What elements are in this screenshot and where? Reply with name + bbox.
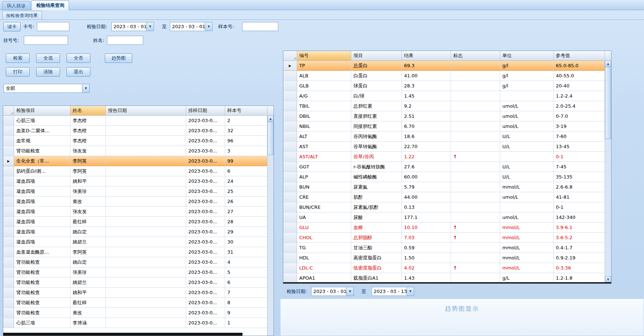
tab-lab-result-query[interactable]: 检验结果查询 <box>31 0 69 10</box>
chevron-down-icon[interactable]: ▼ <box>346 287 353 296</box>
print-button[interactable]: 打印 <box>6 67 30 77</box>
left-grid-row[interactable]: 肾功能检查黄改2023-03-0...9 <box>3 308 274 318</box>
cell-patient-name: 李阿英 <box>70 166 106 176</box>
test-date-to-combo[interactable]: 2023 - 03 - 01 ▼ <box>170 22 212 31</box>
left-grid-row[interactable]: 肾功能检查蔡红样2023-03-0...8 <box>3 298 274 308</box>
result-grid-column-header[interactable]: 项目 <box>351 51 402 61</box>
chevron-down-icon[interactable]: ▼ <box>82 84 89 92</box>
cell-sample-no: 29 <box>225 227 267 237</box>
left-grid-row[interactable]: 凝血四项张友发2023-03-0...27 <box>3 207 274 217</box>
result-grid-row[interactable]: GLB球蛋白28.3g/l20-40 <box>283 81 611 91</box>
chevron-down-icon[interactable]: ▼ <box>205 22 212 31</box>
search-button[interactable]: 检索 <box>6 53 30 63</box>
reg-no-input[interactable] <box>24 36 68 45</box>
cell-item-name: 尿素氮 <box>351 182 402 192</box>
scroll-down-icon[interactable]: ▼ <box>605 276 611 282</box>
result-grid-column-header[interactable]: 参考值 <box>554 51 605 61</box>
clear-button[interactable]: 清除 <box>36 67 60 77</box>
scrollbar-thumb[interactable] <box>267 122 274 155</box>
chevron-down-icon[interactable]: ▼ <box>407 287 414 296</box>
left-grid-row[interactable]: 肾功能检查张友发2023-03-0...3 <box>3 146 274 156</box>
scroll-up-icon[interactable]: ▲ <box>267 116 274 121</box>
left-grid-row[interactable]: 肌钙蛋白I测...李阿英2023-03-0...6 <box>3 166 274 176</box>
left-grid-row[interactable]: 肾功能检查姚和平2023-03-0...7 <box>3 288 274 298</box>
current-row-icon <box>283 152 297 162</box>
scrollbar-track[interactable] <box>267 155 274 336</box>
trend-date-to-combo[interactable]: 2023 - 03 - 13 ▼ <box>372 287 414 296</box>
select-none-button[interactable]: 全否 <box>66 53 90 63</box>
left-grid-row[interactable]: 凝血四项姚碧兰2023-03-0...30 <box>3 237 274 247</box>
subtab-query-by-test[interactable]: 按检验查询结果 <box>2 11 42 20</box>
result-grid-row[interactable]: HDL高密度脂蛋白1.50mmol/L0.9-2.19 <box>283 253 611 263</box>
left-grid-row[interactable]: 凝血四项张美珍2023-03-0...25 <box>3 186 274 197</box>
chevron-down-icon[interactable]: ▼ <box>146 22 154 31</box>
left-grid-row[interactable]: 凝血四项黄改2023-03-0...26 <box>3 197 274 207</box>
cell-sample-date: 2023-03-0... <box>186 247 225 257</box>
result-grid-row[interactable]: NBIL间接胆红素6.70umol/L3-19 <box>283 121 611 132</box>
left-grid-row[interactable]: 凝血四项姚和平2023-03-0...24 <box>3 176 274 186</box>
select-all-button[interactable]: 全选 <box>36 53 60 63</box>
scroll-up-icon[interactable]: ▲ <box>605 61 611 66</box>
result-grid-row[interactable]: GGTr-谷氨酰转肽酶27.6U/L7-45 <box>283 162 611 172</box>
exit-button[interactable]: 退出 <box>66 67 90 77</box>
scrollbar-thumb[interactable] <box>605 67 611 139</box>
left-grid-column-header[interactable]: 姓名 <box>70 106 106 116</box>
result-grid-row[interactable]: LDL-C低密度脂蛋白4.02↑mmol/L0-3.36 <box>283 263 611 273</box>
left-grid-row[interactable]: 肾功能检查姚碧兰2023-03-0...6 <box>3 277 274 288</box>
left-grid-row[interactable]: 心肌三项李杰樘2023-03-0...2 <box>3 116 274 126</box>
card-no-input[interactable] <box>37 22 69 31</box>
test-list-scrollbar[interactable]: ▲ <box>267 116 274 336</box>
result-grid-row[interactable]: AST谷草转氨酶22.70U/L13-45 <box>283 142 611 152</box>
left-grid-column-header[interactable]: 报告日期 <box>106 106 186 116</box>
result-grid-row[interactable]: APOA1载脂蛋白A11.43g/L1.2-1.8 <box>283 273 611 283</box>
cell-test-item: 心肌三项 <box>14 116 70 126</box>
left-grid-row[interactable]: 血浆凝血酶原...李阿英2023-03-0...31 <box>3 247 274 257</box>
left-grid-row[interactable]: 血常规李杰樘2023-03-0...96 <box>3 136 274 146</box>
result-grid-row[interactable]: AST/ALT谷草/谷丙1.22↑0-1 <box>283 152 611 162</box>
result-grid-row[interactable]: BUN/CRE尿素氮/肌酐0.130-1 <box>283 202 611 212</box>
left-grid-column-header[interactable]: 检验项目 <box>14 106 70 116</box>
result-grid-row[interactable]: A/G白/球1.451.2-2.4 <box>283 91 611 101</box>
select-all-cell[interactable]: ◢ <box>3 106 14 116</box>
left-grid-column-header[interactable]: 排样日期 <box>186 106 225 116</box>
result-grid-row[interactable]: TBIL总胆红素9.2umol/L2.0-25.4 <box>283 101 611 111</box>
left-grid-row[interactable]: 凝血四项蔡红样2023-03-0...28 <box>3 217 274 227</box>
result-grid-column-header[interactable]: 标志 <box>451 51 500 61</box>
left-grid-row[interactable]: 心肌三项李博涵2023-03-0...1 <box>3 318 274 328</box>
result-grid-column-header[interactable]: 结果 <box>402 51 451 61</box>
left-grid-row[interactable]: 血浆D-二聚体...李杰樘2023-03-0...32 <box>3 126 274 136</box>
result-grid-row[interactable]: ALT谷丙转氨酶18.6U/L7-60 <box>283 132 611 142</box>
left-grid-row[interactable]: 肾功能检查姚白定2023-03-0...4 <box>3 257 274 267</box>
main-tabstrip: 病人就诊 检验结果查询 <box>0 0 644 10</box>
result-grid-row[interactable]: CRE肌酐44.00umol/L41-81 <box>283 192 611 202</box>
result-grid-row[interactable]: TG甘油三酯0.59mmol/L0.4-1.7 <box>283 243 611 253</box>
trend-date-from-combo[interactable]: 2023 - 03 - 01 ▼ <box>311 287 354 296</box>
result-detail-scrollbar[interactable]: ▲ ▼ <box>605 61 611 282</box>
left-grid-row[interactable]: 凝血四项姚白定2023-03-0...29 <box>3 227 274 237</box>
result-grid-row[interactable]: ALB白蛋白41.00g/l40-55.0 <box>283 71 611 81</box>
category-filter-combo[interactable]: 全部 ▼ <box>4 84 90 93</box>
trend-chart-button[interactable]: 趋势图 <box>105 53 132 63</box>
test-date-from-combo[interactable]: 2023 - 03 - 01 ▼ <box>111 22 154 31</box>
result-grid-row[interactable]: ▶TP总蛋白69.3g/l65.0-85.0 <box>283 61 611 71</box>
sample-no-input[interactable] <box>242 22 278 31</box>
cell-report-date <box>106 207 186 217</box>
patient-name-input[interactable] <box>107 36 143 45</box>
result-grid-column-header[interactable]: 单位 <box>500 51 554 61</box>
result-grid-row[interactable]: ALP碱性磷酸酶60.00U/L35-135 <box>283 172 611 182</box>
result-grid-row[interactable]: DBIL直接胆红素2.51umol/L0-7.0 <box>283 111 611 121</box>
left-grid-row[interactable]: ▶生化全套（常...李阿英2023-03-0...99 <box>3 156 274 166</box>
result-grid-row[interactable]: GLU血糖10.10↑mmol/L3.9-6.1 <box>283 223 611 233</box>
current-row-icon <box>3 247 14 257</box>
scrollbar-track[interactable] <box>605 139 611 276</box>
result-grid-row[interactable]: CHOL总胆固醇7.03↑mmol/L3.6-5.2 <box>283 233 611 243</box>
cell-reference: 0-1 <box>554 202 605 212</box>
left-grid-row[interactable]: 肾功能检查张美珍2023-03-0...5 <box>3 267 274 277</box>
read-card-button[interactable]: 读卡 <box>3 22 21 31</box>
tab-patient-visit[interactable]: 病人就诊 <box>2 1 30 10</box>
left-grid-column-header[interactable]: 样本号 <box>225 106 267 116</box>
result-grid-column-header[interactable]: 编号 <box>297 51 351 61</box>
result-grid-row[interactable]: UA尿酸177.1umol/L142-340 <box>283 212 611 223</box>
select-all-cell[interactable]: ◢ <box>283 51 297 61</box>
result-grid-row[interactable]: BUN尿素氮5.79mmol/L2.6-6.8 <box>283 182 611 192</box>
